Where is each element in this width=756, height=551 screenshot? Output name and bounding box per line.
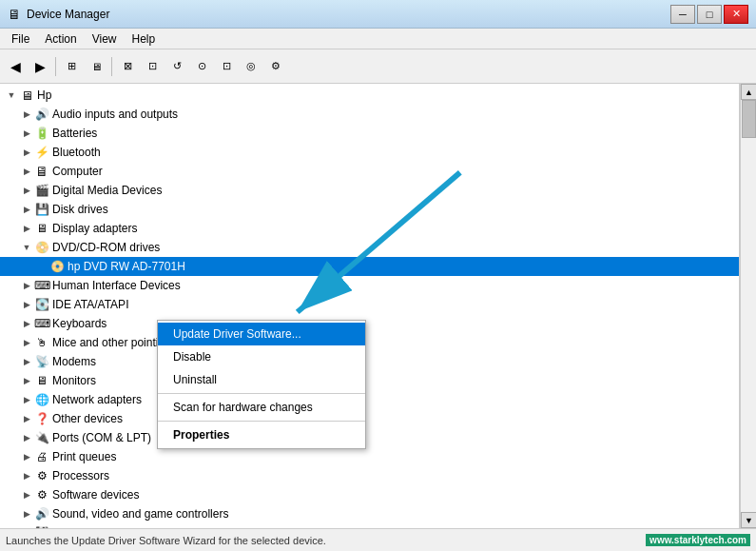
display-expand[interactable]: ▶ (19, 221, 34, 236)
ide-icon (34, 297, 49, 312)
tree-item-sound[interactable]: ▶ Sound, video and game controllers (0, 504, 739, 523)
tree-item-software[interactable]: ▶ Software devices (0, 485, 739, 504)
tree-item-mice[interactable]: ▶ Mice and other pointing devices (0, 333, 739, 352)
modems-expand[interactable]: ▶ (19, 354, 34, 369)
scroll-track[interactable] (741, 100, 756, 512)
modem-icon (34, 354, 49, 369)
mice-expand[interactable]: ▶ (19, 335, 34, 350)
dvd-drive-label: hp DVD RW AD-7701H (68, 260, 185, 273)
toolbar-btn-4[interactable]: ⊡ (141, 55, 164, 78)
tree-item-display[interactable]: ▶ Display adapters (0, 219, 739, 238)
computer-icon (34, 164, 49, 179)
other-expand[interactable]: ▶ (19, 411, 34, 426)
root-expand[interactable]: ▼ (4, 88, 19, 103)
close-button[interactable]: ✕ (724, 5, 748, 24)
ctx-uninstall[interactable]: Uninstall (158, 368, 365, 391)
audio-expand[interactable]: ▶ (19, 107, 34, 122)
toolbar-btn-8[interactable]: ⚙ (264, 55, 287, 78)
scroll-down-button[interactable]: ▼ (741, 512, 756, 528)
tree-item-storage[interactable]: ▶ Storage controllers (0, 523, 739, 528)
tree-item-modems[interactable]: ▶ Modems (0, 352, 739, 371)
toolbar-btn-1[interactable]: ⊞ (60, 55, 83, 78)
menu-help[interactable]: Help (125, 30, 164, 48)
toolbar-separator-2 (111, 57, 112, 76)
toolbar: ◀ ▶ ⊞ 🖥 ⊠ ⊡ ↺ ⊙ ⊡ ◎ ⚙ (0, 49, 756, 84)
menu-action[interactable]: Action (37, 30, 84, 48)
tree-item-batteries[interactable]: ▶ Batteries (0, 124, 739, 143)
media-icon (34, 183, 49, 198)
bluetooth-expand[interactable]: ▶ (19, 145, 34, 160)
tree-item-bluetooth[interactable]: ▶ Bluetooth (0, 143, 739, 162)
processors-expand[interactable]: ▶ (19, 468, 34, 483)
menu-file[interactable]: File (4, 30, 37, 48)
tree-item-network[interactable]: ▶ Network adapters (0, 390, 739, 409)
tree-item-print[interactable]: ▶ Print queues (0, 447, 739, 466)
monitors-label: Monitors (52, 374, 96, 387)
tree-item-keyboard[interactable]: ▶ Keyboards (0, 314, 739, 333)
tree-item-audio[interactable]: ▶ Audio inputs and outputs (0, 105, 739, 124)
toolbar-btn-2[interactable]: 🖥 (85, 55, 107, 78)
ctx-disable[interactable]: Disable (158, 345, 365, 368)
tree-item-ports[interactable]: ▶ Ports (COM & LPT) (0, 428, 739, 447)
ctx-update-driver[interactable]: Update Driver Software... (158, 323, 365, 345)
ports-expand[interactable]: ▶ (19, 430, 34, 445)
dvd-expand[interactable]: ▼ (19, 240, 34, 255)
tree-item-hid[interactable]: ▶ Human Interface Devices (0, 276, 739, 295)
hid-label: Human Interface Devices (52, 279, 181, 292)
toolbar-btn-5[interactable]: ⊙ (190, 55, 213, 78)
disk-expand[interactable]: ▶ (19, 202, 34, 217)
toolbar-btn-6[interactable]: ⊡ (215, 55, 238, 78)
software-expand[interactable]: ▶ (19, 487, 34, 502)
ctx-properties[interactable]: Properties (158, 423, 365, 446)
disk-label: Disk drives (52, 203, 108, 216)
display-label: Display adapters (52, 222, 137, 235)
mouse-icon (34, 335, 49, 350)
sound-expand[interactable]: ▶ (19, 506, 34, 521)
dvd-icon (34, 240, 49, 255)
media-expand[interactable]: ▶ (19, 183, 34, 198)
scroll-thumb[interactable] (742, 100, 756, 138)
tree-item-processors[interactable]: ▶ Processors (0, 466, 739, 485)
back-button[interactable]: ◀ (4, 55, 27, 78)
storage-expand[interactable]: ▶ (19, 525, 34, 528)
context-menu: Update Driver Software... Disable Uninst… (157, 320, 366, 449)
window-icon: 🖥 (8, 7, 21, 22)
forward-button[interactable]: ▶ (29, 55, 51, 78)
tree-item-disk[interactable]: ▶ Disk drives (0, 200, 739, 219)
maximize-button[interactable]: □ (697, 5, 722, 24)
ide-expand[interactable]: ▶ (19, 297, 34, 312)
scroll-up-button[interactable]: ▲ (741, 84, 756, 100)
minimize-button[interactable]: ─ (670, 5, 695, 24)
network-icon (34, 392, 49, 407)
menu-view[interactable]: View (85, 30, 125, 48)
device-tree[interactable]: ▼ Hp ▶ Audio inputs and outputs ▶ Batter… (0, 84, 740, 528)
batteries-expand[interactable]: ▶ (19, 126, 34, 141)
hid-icon (34, 278, 49, 293)
tree-item-dvd-drive[interactable]: hp DVD RW AD-7701H (0, 257, 739, 276)
tree-item-monitors[interactable]: ▶ Monitors (0, 371, 739, 390)
ctx-scan[interactable]: Scan for hardware changes (158, 396, 365, 419)
tree-item-ide[interactable]: ▶ IDE ATA/ATAPI (0, 295, 739, 314)
tree-item-other[interactable]: ▶ Other devices (0, 409, 739, 428)
print-expand[interactable]: ▶ (19, 449, 34, 464)
toolbar-btn-7[interactable]: ◎ (240, 55, 262, 78)
refresh-button[interactable]: ↺ (165, 55, 188, 78)
hid-expand[interactable]: ▶ (19, 278, 34, 293)
sound-label: Sound, video and game controllers (52, 507, 228, 521)
tree-item-computer[interactable]: ▶ Computer (0, 162, 739, 181)
display-icon (34, 221, 49, 236)
audio-label: Audio inputs and outputs (52, 108, 178, 121)
keyboard-expand[interactable]: ▶ (19, 316, 34, 331)
print-icon (34, 449, 49, 464)
network-expand[interactable]: ▶ (19, 392, 34, 407)
keyboard-label: Keyboards (52, 317, 107, 330)
computer-expand[interactable]: ▶ (19, 164, 34, 179)
toolbar-btn-3[interactable]: ⊠ (116, 55, 139, 78)
ide-label: IDE ATA/ATAPI (52, 298, 128, 311)
tree-item-media[interactable]: ▶ Digital Media Devices (0, 181, 739, 200)
tree-root[interactable]: ▼ Hp (0, 86, 739, 105)
window-title: Device Manager (27, 8, 109, 21)
tree-item-dvd[interactable]: ▼ DVD/CD-ROM drives (0, 238, 739, 257)
scrollbar[interactable]: ▲ ▼ (740, 84, 756, 528)
monitors-expand[interactable]: ▶ (19, 373, 34, 388)
